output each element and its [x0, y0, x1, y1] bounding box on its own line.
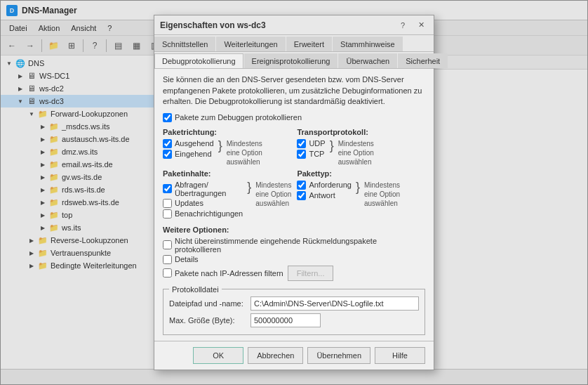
tab-debugprotokollierung[interactable]: Debugprotokollierung: [154, 53, 243, 68]
cb-updates[interactable]: Updates: [163, 199, 243, 208]
size-label: Max. Größe (Byte):: [169, 316, 246, 325]
filtern-button[interactable]: Filtern...: [288, 266, 334, 281]
cb-abfragen-input[interactable]: [163, 184, 172, 193]
cb-udp-input[interactable]: [297, 139, 306, 148]
cb-anforderung[interactable]: Anforderung: [297, 181, 352, 190]
size-input[interactable]: [250, 313, 321, 327]
cb-updates-label: Updates: [175, 199, 203, 207]
dialog-title-bar: Eigenschaften von ws-dc3 ? ✕: [154, 15, 434, 35]
cb-ausgehend-label: Ausgehend: [175, 139, 214, 148]
tab-bar-row1: Schnittstellen Weiterleitungen Erweitert…: [154, 35, 434, 52]
paketrichtung-label: Paketrichtung:: [163, 128, 291, 136]
tab-weiterleitungen[interactable]: Weiterleitungen: [216, 37, 285, 51]
cb-details[interactable]: Details: [163, 255, 425, 264]
info-text: Sie können die an den DNS-Server gesende…: [163, 74, 425, 107]
path-label: Dateipfad und -name:: [169, 299, 246, 308]
cb-pakete-filter[interactable]: Pakete nach IP-Adressen filtern: [163, 268, 283, 278]
cb-details-input[interactable]: [163, 255, 172, 264]
transportprotokoll-label: Transportprotokoll:: [297, 128, 425, 136]
paketinhalte-group: Abfragen/Übertragungen Updates Benachric…: [163, 181, 291, 218]
cb-abfragen[interactable]: Abfragen/Übertragungen: [163, 181, 243, 197]
transportprotokoll-group: UDP TCP } Mindestens eine Option auswähl…: [297, 139, 425, 167]
cb-pakete-input[interactable]: [163, 268, 172, 278]
min-pakettyp-text: Mindestens eine Option auswählen: [364, 181, 400, 208]
dialog-body: Sie können die an den DNS-Server gesende…: [154, 69, 434, 340]
cb-pakete-label: Pakete nach IP-Adressen filtern: [175, 269, 283, 278]
cb-benachrich[interactable]: Benachrichtigungen: [163, 209, 243, 218]
pakettyp-group: Anforderung Antwort } Mindestens eine Op…: [297, 181, 425, 208]
size-row: Max. Größe (Byte):: [169, 313, 419, 327]
col-left: Paketrichtung: Ausgehend Eingehend: [163, 128, 291, 221]
cb-abfragen-label: Abfragen/Übertragungen: [175, 181, 226, 197]
main-checkbox-label[interactable]: Pakete zum Debuggen protokollieren: [163, 113, 425, 122]
dialog-footer: OK Abbrechen Übernehmen Hilfe: [154, 341, 434, 370]
cb-tcp[interactable]: TCP: [297, 150, 325, 159]
apply-button[interactable]: Übernehmen: [307, 347, 370, 364]
path-input[interactable]: [250, 296, 419, 311]
min-richtung-text: Mindestens eine Option auswählen: [227, 139, 262, 167]
brace-inhalte: }: [246, 181, 253, 193]
brace-pakettyp: }: [354, 181, 361, 193]
paketrichtung-group: Ausgehend Eingehend } Mindestens eine Op…: [163, 139, 291, 167]
dialog-help-btn[interactable]: ?: [396, 19, 410, 32]
help-button[interactable]: Hilfe: [375, 347, 425, 364]
tab-sicherheit[interactable]: Sicherheit: [398, 53, 448, 68]
cb-udp-label: UDP: [309, 139, 325, 148]
pakettyp-checkboxes: Anforderung Antwort: [297, 181, 352, 200]
cb-nicht-input[interactable]: [163, 240, 172, 249]
cb-anforderung-label: Anforderung: [309, 181, 352, 189]
cb-eingehend[interactable]: Eingehend: [163, 150, 214, 159]
min-inhalte-text: Mindestens eine Option auswählen: [255, 181, 291, 208]
dialog-title: Eigenschaften von ws-dc3: [160, 20, 392, 30]
tab-stammhinweise[interactable]: Stammhinweise: [333, 37, 403, 51]
main-checkbox[interactable]: [163, 113, 172, 122]
cb-tcp-label: TCP: [309, 150, 324, 158]
cb-anforderung-input[interactable]: [297, 181, 306, 190]
main-checkbox-row: Pakete zum Debuggen protokollieren: [163, 113, 425, 122]
main-checkbox-text: Pakete zum Debuggen protokollieren: [175, 113, 302, 122]
cb-eingehend-input[interactable]: [163, 150, 172, 159]
weitere-optionen-label: Weitere Optionen:: [163, 226, 425, 234]
cb-ausgehend[interactable]: Ausgehend: [163, 139, 214, 148]
cb-details-label: Details: [175, 255, 199, 263]
tab-bar-row2: Debugprotokollierung Ereignisprotokollie…: [154, 52, 434, 69]
modal-overlay: Eigenschaften von ws-dc3 ? ✕ Schnittstel…: [0, 0, 588, 385]
protokolldatei-legend: Protokolldatei: [169, 285, 222, 294]
cb-updates-input[interactable]: [163, 199, 172, 208]
cb-nicht-label: Nicht übereinstimmende eingehende Rückme…: [175, 237, 425, 254]
protokolldatei-section: Protokolldatei Dateipfad und -name: Max.…: [163, 285, 425, 335]
dialog-close-btn[interactable]: ✕: [414, 19, 428, 32]
tab-ueberwachen[interactable]: Überwachen: [338, 53, 397, 68]
pakettyp-label: Pakettyp:: [297, 169, 425, 178]
paketinhalte-label: Paketinhalte:: [163, 169, 291, 178]
tab-schnittstellen[interactable]: Schnittstellen: [154, 37, 215, 51]
cb-eingehend-label: Eingehend: [175, 150, 212, 158]
cb-ausgehend-input[interactable]: [163, 139, 172, 148]
cb-benachrich-input[interactable]: [163, 209, 172, 218]
paketinhalte-checkboxes: Abfragen/Übertragungen Updates Benachric…: [163, 181, 243, 218]
dialog: Eigenschaften von ws-dc3 ? ✕ Schnittstel…: [154, 15, 434, 370]
tab-erweitert[interactable]: Erweitert: [286, 37, 332, 51]
cb-benachrich-label: Benachrichtigungen: [175, 209, 243, 218]
path-row: Dateipfad und -name:: [169, 296, 419, 311]
cb-tcp-input[interactable]: [297, 150, 306, 159]
cb-antwort-label: Antwort: [309, 191, 335, 200]
min-transport-text: Mindestens eine Option auswählen: [338, 139, 374, 167]
two-col-layout: Paketrichtung: Ausgehend Eingehend: [163, 128, 425, 221]
cancel-button[interactable]: Abbrechen: [248, 347, 303, 364]
tab-ereignisprotokollierung[interactable]: Ereignisprotokollierung: [244, 53, 338, 68]
col-right: Transportprotokoll: UDP TCP: [297, 128, 425, 221]
ok-button[interactable]: OK: [193, 347, 243, 364]
cb-antwort[interactable]: Antwort: [297, 191, 352, 200]
transport-checkboxes: UDP TCP: [297, 139, 325, 159]
brace-transport: }: [328, 139, 335, 152]
brace-richtung: }: [217, 139, 224, 152]
weitere-optionen: Weitere Optionen: Nicht übereinstimmende…: [163, 226, 425, 281]
cb-nicht-uebereinstimmend[interactable]: Nicht übereinstimmende eingehende Rückme…: [163, 237, 425, 254]
paketrichtung-checkboxes: Ausgehend Eingehend: [163, 139, 214, 159]
cb-antwort-input[interactable]: [297, 191, 306, 200]
cb-udp[interactable]: UDP: [297, 139, 325, 148]
